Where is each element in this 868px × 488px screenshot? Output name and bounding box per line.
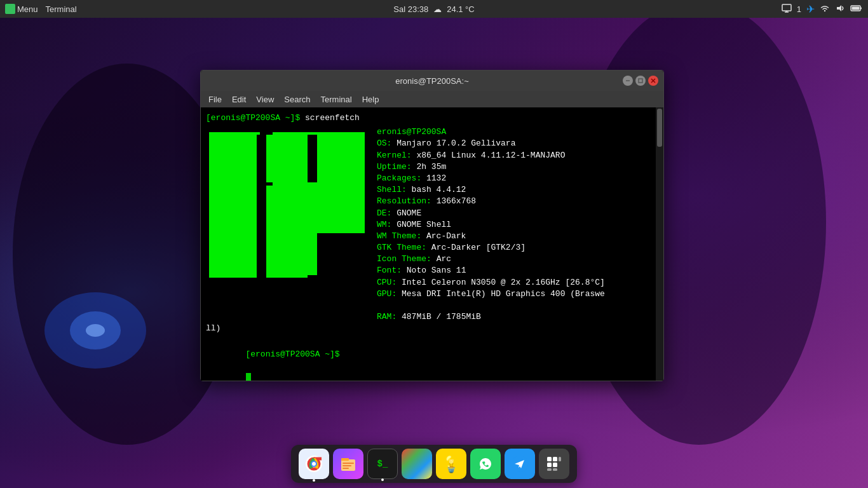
- temperature: 24.1 °C: [447, 4, 475, 14]
- svg-rect-39: [553, 457, 557, 461]
- svg-rect-9: [782, 4, 791, 11]
- telegram-tray-icon[interactable]: ✈: [806, 3, 815, 15]
- info-kernel: Kernel: x86_64 Linux 4.11.12-1-MANJARO: [377, 150, 651, 161]
- audio-icon: [835, 3, 845, 15]
- terminal-title: eronis@TP200SA:~: [395, 76, 468, 86]
- info-resolution: Resolution: 868x488: [377, 196, 651, 207]
- screenfetch-output: eronis@TP200SA OS: Manjaro 17.0.2 Gelliv…: [206, 126, 651, 323]
- svg-rect-18: [639, 79, 642, 83]
- dock-dot-chromium: [313, 479, 315, 482]
- info-wm-theme: WM Theme: Arc-Dark: [377, 231, 651, 242]
- info-wm: WM: GNOME Shell: [377, 219, 651, 231]
- top-panel: Menu Terminal Sal 23:38 ☁ 24.1 °C 1 ✈: [0, 0, 868, 18]
- dock-bulb[interactable]: 💡: [436, 449, 466, 479]
- svg-point-12: [824, 10, 825, 11]
- telegram-icon: [510, 454, 529, 473]
- svg-rect-32: [341, 458, 349, 461]
- display-count: 1: [797, 4, 801, 14]
- minimize-button[interactable]: [623, 76, 633, 86]
- app-grid-icon: [546, 456, 562, 472]
- scrollbar-thumb[interactable]: [657, 109, 662, 147]
- menu-edit[interactable]: Edit: [227, 93, 251, 105]
- menu-help[interactable]: Help: [357, 93, 384, 105]
- terminal-partial-line: ll): [206, 323, 651, 334]
- dock-files[interactable]: [333, 449, 363, 479]
- terminal-menubar: File Edit View Search Terminal Help: [201, 91, 663, 107]
- svg-rect-44: [553, 468, 557, 471]
- maximize-button[interactable]: [635, 76, 646, 86]
- manjaro-logo: [5, 4, 15, 14]
- menu-label: Menu: [17, 4, 38, 14]
- dock-color-picker[interactable]: [402, 449, 432, 479]
- svg-rect-38: [547, 457, 552, 461]
- terminal-cursor: [246, 373, 251, 381]
- svg-rect-8: [11, 5, 14, 8]
- svg-point-30: [312, 462, 316, 466]
- info-uptime: Uptime: 2h 35m: [377, 161, 651, 173]
- manjaro-logo-blocks: [206, 132, 368, 281]
- datetime: Sal 23:38: [393, 4, 428, 14]
- svg-rect-40: [559, 457, 561, 461]
- wifi-icon: [820, 3, 830, 15]
- battery-icon: [850, 3, 863, 15]
- chromium-icon: [304, 454, 323, 473]
- menu-search[interactable]: Search: [279, 93, 315, 105]
- display-icon: [782, 3, 792, 15]
- terminal-body: [eronis@TP200SA ~]$ screenfetch: [201, 107, 663, 381]
- dock-dot-terminal: [381, 478, 384, 481]
- info-gtk-theme: GTK Theme: Arc-Darker [GTK2/3]: [377, 242, 651, 254]
- distro-logo: [206, 126, 374, 323]
- info-user-host: eronis@TP200SA: [377, 126, 651, 138]
- files-icon: [339, 454, 358, 473]
- info-ram: RAM: 487MiB / 1785MiB: [377, 311, 651, 323]
- info-de: DE: GNOME: [377, 208, 651, 219]
- panel-left: Menu Terminal: [5, 4, 77, 14]
- dock-whatsapp[interactable]: [470, 449, 501, 479]
- terminal-content[interactable]: [eronis@TP200SA ~]$ screenfetch: [201, 107, 656, 381]
- dock-telegram[interactable]: [505, 449, 535, 479]
- window-controls: [623, 76, 658, 86]
- svg-rect-33: [342, 463, 354, 464]
- close-button[interactable]: [648, 76, 658, 86]
- svg-rect-43: [547, 468, 552, 471]
- terminal-dock-label: $_: [377, 459, 388, 469]
- panel-center: Sal 23:38 ☁ 24.1 °C: [393, 4, 474, 14]
- bulb-emoji: 💡: [441, 454, 461, 474]
- active-app-label: Terminal: [46, 4, 77, 14]
- dock-app-grid[interactable]: [539, 449, 569, 479]
- info-cpu: CPU: Intel Celeron N3050 @ 2x 2.16GHz [2…: [377, 277, 651, 288]
- svg-point-6: [86, 324, 105, 337]
- whatsapp-icon: [476, 454, 495, 473]
- menu-file[interactable]: File: [203, 93, 227, 105]
- system-info: eronis@TP200SA OS: Manjaro 17.0.2 Gelliv…: [374, 126, 651, 323]
- info-packages: Packages: 1132: [377, 173, 651, 184]
- terminal-scrollbar[interactable]: [656, 107, 663, 381]
- info-blank: [377, 300, 651, 311]
- menu-view[interactable]: View: [251, 93, 279, 105]
- info-icon-theme: Icon Theme: Arc: [377, 254, 651, 265]
- weather-icon: ☁: [433, 4, 442, 14]
- bottom-dock: $_ 💡: [291, 445, 577, 483]
- svg-rect-15: [852, 6, 860, 10]
- dock-chromium[interactable]: [299, 449, 329, 479]
- svg-rect-34: [342, 465, 351, 466]
- info-font: Font: Noto Sans 11: [377, 265, 651, 276]
- menu-button[interactable]: Menu: [5, 4, 38, 14]
- terminal-titlebar: eronis@TP200SA:~: [201, 71, 663, 91]
- dock-terminal[interactable]: $_: [367, 449, 398, 479]
- svg-rect-7: [6, 5, 10, 13]
- info-os: OS: Manjaro 17.0.2 Gellivara: [377, 138, 651, 149]
- svg-rect-42: [553, 463, 557, 467]
- panel-right: 1 ✈: [782, 3, 863, 15]
- svg-rect-35: [342, 468, 349, 469]
- info-shell: Shell: bash 4.4.12: [377, 184, 651, 196]
- info-gpu: GPU: Mesa DRI Intel(R) HD Graphics 400 (…: [377, 288, 651, 300]
- terminal-prompt-1: [eronis@TP200SA ~]$ screenfetch: [206, 112, 651, 124]
- svg-rect-41: [547, 463, 552, 467]
- svg-marker-13: [837, 5, 841, 11]
- terminal-window: eronis@TP200SA:~ File Edit View Search T…: [200, 70, 664, 381]
- menu-terminal[interactable]: Terminal: [316, 93, 357, 105]
- terminal-prompt-2: [eronis@TP200SA ~]$: [206, 337, 651, 381]
- svg-rect-16: [860, 7, 862, 9]
